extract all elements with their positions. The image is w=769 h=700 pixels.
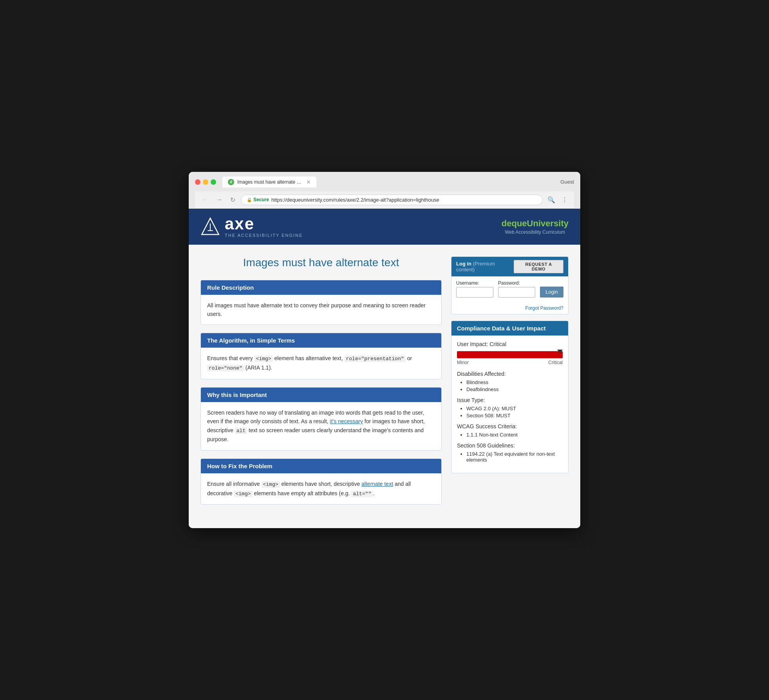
password-label: Password: (498, 280, 535, 286)
username-field: Username: (456, 280, 493, 298)
login-fields: Username: Password: Login (451, 276, 568, 304)
secure-badge: 🔒 Secure (247, 197, 269, 202)
login-button[interactable]: Login (540, 287, 563, 298)
role-none-code: role="none" (207, 365, 244, 372)
list-item: Blindness (466, 379, 563, 385)
list-item: WCAG 2.0 (A): MUST (466, 406, 563, 411)
rule-description-text: All images must have alternate text to c… (207, 301, 435, 319)
password-field: Password: (498, 280, 535, 298)
search-icon[interactable]: 🔍 (546, 195, 557, 205)
list-item: 1194.22 (a) Text equivalent for non-text… (466, 451, 563, 463)
traffic-lights (195, 179, 216, 185)
page-title: Images must have alternate text (200, 256, 442, 269)
list-item: Deafblindness (466, 386, 563, 392)
issue-type-section: Issue Type: WCAG 2.0 (A): MUST Section 5… (457, 397, 563, 419)
list-item: 1.1.1 Non-text Content (466, 432, 563, 438)
impact-labels: Minor Critical (457, 360, 563, 365)
browser-nav: ← → ↻ 🔒 Secure https://dequeuniversity.c… (195, 191, 574, 209)
close-button[interactable] (195, 179, 200, 185)
browser-chrome: d Images must have alternate te… ✕ Guest… (189, 172, 580, 209)
minimize-button[interactable] (203, 179, 208, 185)
title-bar: d Images must have alternate te… ✕ Guest (195, 177, 574, 188)
section508-section: Section 508 Guidelines: 1194.22 (a) Text… (457, 442, 563, 463)
role-presentation-code: role="presentation" (345, 355, 406, 362)
browser-window: d Images must have alternate te… ✕ Guest… (189, 172, 580, 529)
forgot-password-container: Forgot Password? (451, 304, 568, 314)
why-important-section: Why this is Important Screen readers hav… (200, 387, 442, 451)
url-domain: https://dequeuniversity.com (271, 197, 333, 203)
rule-description-body: All images must have alternate text to c… (201, 295, 441, 325)
wcag-section: WCAG Success Criteria: 1.1.1 Non-text Co… (457, 423, 563, 438)
lock-icon: 🔒 (247, 197, 252, 202)
algorithm-header: The Algorithm, in Simple Terms (201, 333, 441, 348)
url-text: https://dequeuniversity.com/rules/axe/2.… (271, 197, 439, 203)
username-label: Username: (456, 280, 493, 286)
compliance-box: Compliance Data & User Impact User Impac… (451, 321, 569, 473)
user-impact-label: User Impact: Critical (457, 341, 563, 347)
impact-bar (457, 351, 563, 358)
axe-text-group: axe THE ACCESSIBILITY ENGINE (225, 216, 303, 238)
disabilities-section: Disabilities Affected: Blindness Deafbli… (457, 371, 563, 392)
section508-title: Section 508 Guidelines: (457, 442, 563, 449)
login-header-text: Log in (Premium content) (456, 261, 514, 272)
how-to-fix-section: How to Fix the Problem Ensure all inform… (200, 458, 442, 505)
wcag-list: 1.1.1 Non-text Content (457, 432, 563, 438)
how-to-fix-text: Ensure all informative <img> elements ha… (207, 480, 435, 498)
img-code-2: <img> (262, 481, 280, 488)
algorithm-text: Ensures that every <img> element has alt… (207, 354, 435, 373)
how-to-fix-body: Ensure all informative <img> elements ha… (201, 473, 441, 505)
tab-title: Images must have alternate te… (237, 179, 301, 185)
why-important-body: Screen readers have no way of translatin… (201, 402, 441, 450)
issue-type-title: Issue Type: (457, 397, 563, 403)
img-code-3: <img> (234, 491, 252, 497)
maximize-button[interactable] (211, 179, 216, 185)
username-input[interactable] (456, 287, 493, 298)
address-bar[interactable]: 🔒 Secure https://dequeuniversity.com/rul… (241, 195, 543, 205)
how-to-fix-header: How to Fix the Problem (201, 459, 441, 473)
left-column: Images must have alternate text Rule Des… (200, 256, 442, 513)
deque-name: dequeUniversity (502, 218, 569, 229)
back-button[interactable]: ← (200, 195, 211, 204)
axe-tagline: THE ACCESSIBILITY ENGINE (225, 233, 303, 238)
refresh-button[interactable]: ↻ (228, 195, 238, 204)
login-header: Log in (Premium content) REQUEST A DEMO (451, 257, 568, 276)
impact-meter: Minor Critical (457, 351, 563, 365)
forgot-password-link[interactable]: Forgot Password? (525, 305, 563, 311)
alt-empty-code: alt="" (351, 491, 373, 497)
algorithm-section: The Algorithm, in Simple Terms Ensures t… (200, 333, 442, 379)
deque-prefix: deque (502, 218, 527, 228)
deque-curriculum: Web Accessibility Curriculum (502, 229, 569, 235)
list-item: Section 508: MUST (466, 413, 563, 419)
browser-tab[interactable]: d Images must have alternate te… ✕ (222, 177, 316, 188)
disabilities-list: Blindness Deafblindness (457, 379, 563, 392)
password-input[interactable] (498, 287, 535, 298)
rule-description-section: Rule Description All images must have al… (200, 280, 442, 325)
alt-code: alt (235, 428, 247, 434)
tab-favicon: d (228, 179, 234, 185)
right-column: Log in (Premium content) REQUEST A DEMO … (451, 256, 569, 513)
its-necessary-link: it's necessary (330, 418, 363, 424)
menu-icon[interactable]: ⋮ (560, 195, 569, 205)
login-box: Log in (Premium content) REQUEST A DEMO … (451, 256, 569, 314)
axe-triangle-icon (200, 217, 220, 236)
disabilities-title: Disabilities Affected: (457, 371, 563, 377)
tab-close-icon[interactable]: ✕ (306, 179, 311, 185)
deque-suffix: University (527, 218, 569, 228)
issue-type-list: WCAG 2.0 (A): MUST Section 508: MUST (457, 406, 563, 419)
deque-university-branding: dequeUniversity Web Accessibility Curric… (502, 218, 569, 235)
rule-description-header: Rule Description (201, 280, 441, 295)
compliance-body: User Impact: Critical Minor Critical Dis… (451, 336, 568, 473)
login-label: Log in (456, 261, 471, 267)
axe-name: axe (225, 216, 303, 232)
algorithm-body: Ensures that every <img> element has alt… (201, 348, 441, 379)
impact-bar-container (457, 351, 563, 358)
impact-marker-icon (557, 350, 563, 354)
compliance-header: Compliance Data & User Impact (451, 321, 568, 336)
forward-button[interactable]: → (214, 195, 225, 204)
impact-max-label: Critical (548, 360, 563, 365)
why-important-header: Why this is Important (201, 388, 441, 402)
url-path: /rules/axe/2.2/image-alt?application=lig… (333, 197, 439, 203)
request-demo-button[interactable]: REQUEST A DEMO (514, 260, 563, 273)
section508-list: 1194.22 (a) Text equivalent for non-text… (457, 451, 563, 463)
guest-label: Guest (560, 179, 574, 185)
